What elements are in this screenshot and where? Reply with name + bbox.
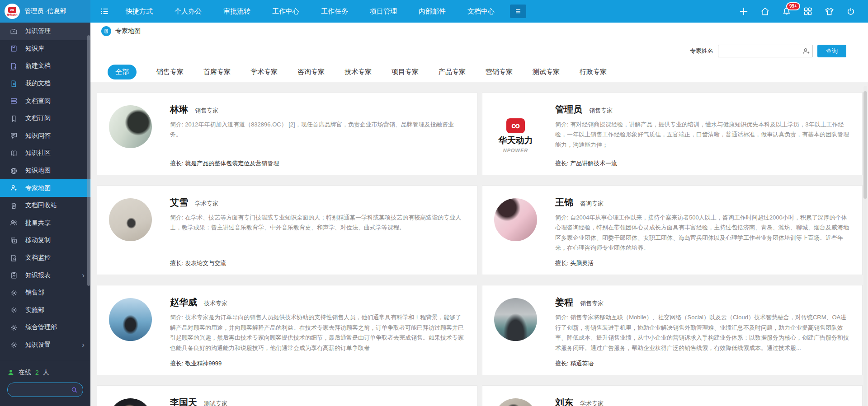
nav-item-document-center[interactable]: 文档中心	[457, 0, 505, 23]
sidebar-item-document-subscribe[interactable]: 文档订阅	[0, 110, 90, 127]
expert-skill: 擅长: 敬业精神9999	[170, 353, 465, 368]
sidebar-item-knowledge-qa[interactable]: 知识问答	[0, 127, 90, 145]
gear-icon	[10, 341, 18, 349]
nav-item-work-center[interactable]: 工作中心	[261, 0, 310, 23]
tab-consulting-expert[interactable]: 咨询专家	[297, 68, 325, 76]
category-tabs: 全部 销售专家 首席专家 学术专家 咨询专家 技术专家 项目专家 产品专家 营销…	[90, 62, 868, 82]
sidebar-item-batch-share[interactable]: 批量共享	[0, 215, 90, 232]
tab-product-expert[interactable]: 产品专家	[439, 68, 466, 76]
tab-technical-expert[interactable]: 技术专家	[344, 68, 372, 76]
sidebar-item-sales-dept[interactable]: 销售部	[0, 284, 90, 302]
expert-person-star-icon	[10, 184, 18, 192]
nav-item-project-mgmt[interactable]: 项目管理	[359, 0, 408, 23]
bookmark-icon	[10, 115, 18, 122]
theme-shirt-button[interactable]	[825, 7, 834, 16]
sidebar-item-knowledge-map[interactable]: 知识地图	[0, 162, 90, 180]
sidebar-item-expert-map[interactable]: 专家地图	[0, 179, 90, 197]
sidebar-item-document-monitor[interactable]: 文档监控	[0, 249, 90, 267]
nav-item-internal-mail[interactable]: 内部邮件	[408, 0, 457, 23]
sidebar-item-recycle-bin[interactable]: 文档回收站	[0, 197, 90, 215]
top-bar: ∞ 华天动力 管理员 -信息部 快捷方式 个人办公 审批流转 工作中心 工作任务…	[0, 0, 868, 23]
apps-grid-button[interactable]	[803, 7, 812, 16]
sidebar-item-label: 实施部	[25, 306, 44, 314]
main-scrollbar[interactable]	[863, 86, 867, 406]
document-search-icon	[10, 254, 18, 262]
expert-name-field	[718, 45, 813, 57]
page-title: 专家地图	[115, 27, 141, 35]
expert-card-body: 李国天 测试专家 简介: 将产品原型或产品成品提供给消费者，由消费者根据自己的想…	[170, 395, 465, 406]
sidebar-item-document-review[interactable]: 文档查阅	[0, 92, 90, 110]
tab-chief-expert[interactable]: 首席专家	[203, 68, 231, 76]
online-user-icon	[7, 369, 14, 376]
trash-icon	[10, 202, 18, 210]
expert-name: 管理员	[555, 103, 582, 116]
search-icon[interactable]	[71, 387, 78, 393]
logout-power-button[interactable]	[846, 7, 855, 16]
tab-all[interactable]: 全部	[108, 65, 137, 79]
sidebar-item-general-mgmt-dept[interactable]: 综合管理部	[0, 319, 90, 336]
expert-skill: 擅长: 精通英语	[555, 353, 850, 368]
expert-skill: 擅长: 就是产品的整体包装定位及营销管理	[170, 153, 465, 168]
tab-testing-expert[interactable]: 测试专家	[533, 68, 560, 76]
sidebar-item-label: 知识设置	[25, 341, 51, 349]
expert-card-zhaohuawei[interactable]: 赵华威 技术专家 简介: 技术专家是为订单导向的销售人员提供技术协助的支持性销售…	[97, 285, 477, 375]
sidebar-scrollbar[interactable]	[87, 35, 90, 286]
sidebar-item-knowledge-mgmt[interactable]: 知识管理	[0, 23, 90, 40]
home-button[interactable]	[760, 7, 770, 16]
tab-marketing-expert[interactable]: 营销专家	[486, 68, 513, 76]
sidebar-item-label: 知识问答	[25, 132, 51, 140]
expert-card-body: 赵华威 技术专家 简介: 技术专家是为订单导向的销售人员提供技术协助的支持性销售…	[170, 294, 465, 367]
nav-item-personal-office[interactable]: 个人办公	[164, 0, 212, 23]
sidebar-item-knowledge-settings[interactable]: 知识设置	[0, 336, 90, 354]
sidebar-item-move-copy[interactable]: 移动复制	[0, 232, 90, 249]
expert-card-grid: 林琳 销售专家 简介: 2012年年初加入道有道（832896.OC） [2]，…	[90, 82, 868, 406]
person-add-icon[interactable]	[802, 47, 810, 55]
expert-avatar	[494, 398, 537, 406]
sidebar-item-knowledge-base[interactable]: 知识库	[0, 40, 90, 58]
tab-project-expert[interactable]: 项目专家	[392, 68, 419, 76]
expert-card-linlin[interactable]: 林琳 销售专家 简介: 2012年年初加入道有道（832896.OC） [2]，…	[97, 92, 477, 175]
sidebar-item-label: 知识地图	[25, 167, 51, 175]
new-document-icon	[10, 62, 18, 70]
expert-card-body: 姜程 销售专家 简介: 销售专家将移动互联（Mobile）、社交网络（Socia…	[555, 294, 850, 367]
query-button[interactable]: 查询	[817, 45, 846, 57]
expert-card-liguotian[interactable]: 李国天 测试专家 简介: 将产品原型或产品成品提供给消费者，由消费者根据自己的想…	[97, 385, 477, 406]
sidebar-item-label: 知识社区	[25, 149, 51, 157]
tab-academic-expert[interactable]: 学术专家	[250, 68, 278, 76]
expert-category: 咨询专家	[580, 200, 604, 208]
nav-item-shortcuts[interactable]: 快捷方式	[115, 0, 164, 23]
expert-card-body: 林琳 销售专家 简介: 2012年年初加入道有道（832896.OC） [2]，…	[170, 102, 465, 168]
expert-intro: 简介: 销售专家将移动互联（Mobile）、社交网络（Social）以及云（Cl…	[555, 313, 850, 353]
expert-card-aixue[interactable]: 艾雪 学术专家 简介: 在学术、技艺等方面有专门技能或专业知识全面的人；特别精通…	[97, 185, 477, 275]
expert-name-label: 专家姓名	[690, 47, 713, 55]
expert-category: 技术专家	[204, 299, 227, 308]
expert-skill: 擅长: 头脑灵活	[555, 253, 850, 267]
expert-card-wangjin[interactable]: 王锦 咨询专家 简介: 自2004年从事心理工作以来，接待个案来访者500人以上…	[482, 185, 863, 275]
nav-item-work-tasks[interactable]: 工作任务	[310, 0, 359, 23]
main-scrollbar-thumb[interactable]	[863, 91, 867, 199]
sidebar-item-knowledge-community[interactable]: 知识社区	[0, 145, 90, 162]
expert-avatar	[494, 298, 537, 341]
sidebar-item-knowledge-reports[interactable]: 知识报表	[0, 266, 90, 284]
tab-admin-expert[interactable]: 行政专家	[580, 68, 607, 76]
expert-card-admin[interactable]: ∞ 华天动力 NPOWER 管理员 销售专家 简介: 有对经销商授课经验，讲解产…	[482, 92, 863, 175]
add-button[interactable]	[739, 7, 748, 16]
online-label: 在线	[19, 369, 31, 377]
expert-card-liudong[interactable]: 刘东 学术专家 简介: 在学术、技艺等方面有专门技能或专业知识全面的人。山东微山…	[482, 385, 863, 406]
more-menu-button[interactable]	[510, 5, 526, 18]
expert-name-input[interactable]	[718, 45, 813, 57]
expert-card-body: 刘东 学术专家 简介: 在学术、技艺等方面有专门技能或专业知识全面的人。山东微山…	[555, 395, 850, 406]
sidebar-item-new-document[interactable]: 新建文档	[0, 57, 90, 75]
nav-toggle-icon[interactable]	[100, 7, 108, 15]
nav-item-approval-flow[interactable]: 审批流转	[212, 0, 261, 23]
expert-card-body: 王锦 咨询专家 简介: 自2004年从事心理工作以来，接待个案来访者500人以上…	[555, 195, 850, 267]
sidebar-item-my-documents[interactable]: 我的文档	[0, 75, 90, 93]
notifications-button[interactable]: 99+	[782, 7, 791, 16]
expert-card-jiangcheng[interactable]: 姜程 销售专家 简介: 销售专家将移动互联（Mobile）、社交网络（Socia…	[482, 285, 863, 375]
sidebar-item-implementation-dept[interactable]: 实施部	[0, 302, 90, 319]
expert-intro: 简介: 有对经销商授课经验，讲解产品，提供专业的培训，懂水与健康知识优先本科及以…	[555, 120, 850, 150]
sidebar-item-label: 文档查阅	[25, 97, 51, 105]
tab-sales-expert[interactable]: 销售专家	[156, 68, 184, 76]
online-status: 在线 2 人	[7, 369, 83, 377]
sidebar-item-label: 知识报表	[25, 271, 51, 280]
